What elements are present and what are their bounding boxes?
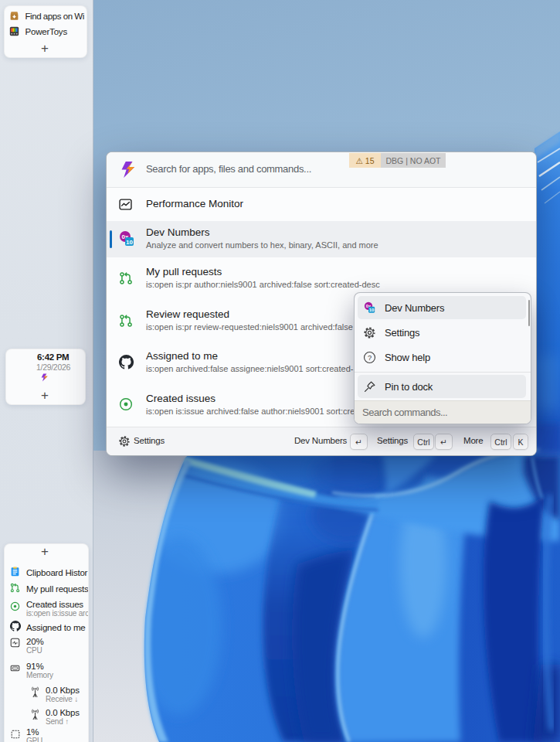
svg-text:10: 10	[369, 307, 375, 311]
svg-text:10: 10	[126, 239, 133, 246]
svg-text:?: ?	[368, 353, 372, 361]
